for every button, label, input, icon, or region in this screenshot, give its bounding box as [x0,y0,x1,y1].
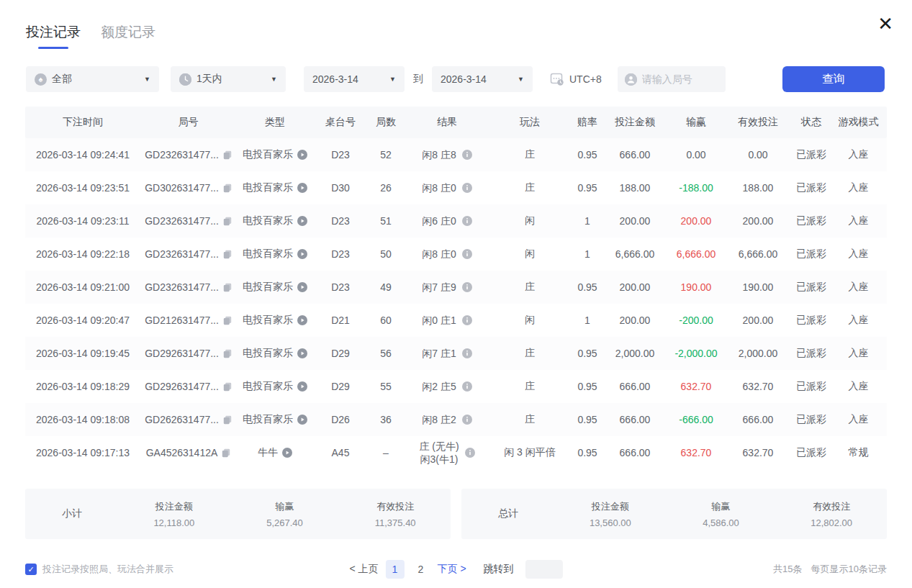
jump-to-label: 跳转到 [484,563,514,576]
query-button[interactable]: 查询 [782,66,885,92]
cell-round-no: 56 [367,348,405,359]
play-icon[interactable] [297,348,307,358]
close-button[interactable]: ✕ [877,14,893,33]
result-line-1: 闲8 庄0 [422,182,456,194]
info-icon[interactable] [462,315,472,325]
cell-time: 2026-03-14 09:23:11 [25,215,140,227]
info-icon[interactable] [462,348,472,358]
type-label: 电投百家乐 [243,314,293,327]
cell-time: 2026-03-14 09:23:51 [25,182,140,194]
info-icon[interactable] [462,183,472,193]
play-icon[interactable] [297,249,307,259]
time-range-select[interactable]: 1天内 ▼ [171,66,286,92]
game-type-select[interactable]: ♠ 全部 ▼ [26,66,159,92]
copy-icon[interactable] [223,382,232,392]
play-icon[interactable] [297,381,307,392]
tab-quota-records[interactable]: 额度记录 [101,23,155,49]
copy-icon[interactable] [223,184,232,193]
date-to-picker[interactable]: 2026-3-14 ▼ [432,66,533,92]
cell-play: 闲 [489,248,570,261]
copy-icon[interactable] [223,316,232,325]
jump-page-input[interactable] [525,560,563,579]
result-line-1: 庄 (无牛) [419,440,459,452]
cell-round-no: 26 [367,182,405,194]
play-icon[interactable] [297,150,307,160]
cell-status: 已派彩 [789,248,834,261]
info-icon[interactable] [465,448,475,458]
cell-odds: 0.95 [570,182,605,194]
info-icon[interactable] [462,282,472,292]
cell-odds: 0.95 [570,348,605,359]
page-2-button[interactable]: 2 [412,560,430,579]
cell-mode: 入座 [834,181,883,194]
cell-status: 已派彩 [789,413,834,426]
round-search-box [618,66,726,92]
cell-winloss: 632.70 [665,381,727,392]
cell-status: 已派彩 [789,446,834,459]
play-icon[interactable] [297,183,307,193]
info-icon[interactable] [462,381,472,392]
col-header-game-mode: 游戏模式 [834,116,883,129]
cell-play: 闲 [489,214,570,227]
play-icon[interactable] [297,415,307,425]
copy-icon[interactable] [223,250,232,259]
copy-icon[interactable] [223,217,232,226]
betting-records-modal: ✕ 投注记录 额度记录 ♠ 全部 ▼ 1天内 ▼ 2026-3-14 ▼ 到 2… [0,0,912,588]
date-from-value: 2026-3-14 [312,73,358,85]
subtotal-valid-header: 有效投注 [340,500,451,513]
subtotal-bet-header: 投注金额 [119,500,230,513]
cell-status: 已派彩 [789,214,834,227]
cell-table-no: D21 [314,315,367,326]
total-label: 总计 [461,507,555,520]
timezone-indicator[interactable]: UTC+8 [550,72,602,86]
type-label: 电投百家乐 [243,380,293,393]
prev-page-button[interactable]: < 上页 [349,563,378,576]
chevron-down-icon: ▼ [271,76,277,83]
total-box: 总计 投注金额 13,560.00 输赢 4,586.00 有效投注 12,80… [461,489,887,539]
round-search-input[interactable] [642,73,718,85]
cell-bet: 666.00 [605,447,665,458]
play-icon[interactable] [297,315,307,325]
tab-betting-records[interactable]: 投注记录 [26,23,81,49]
copy-icon[interactable] [222,448,230,458]
merge-checkbox[interactable]: ✓ [25,564,37,575]
chevron-down-icon: ▼ [518,76,524,83]
cell-valid: 190.00 [727,281,789,293]
filter-bar: ♠ 全部 ▼ 1天内 ▼ 2026-3-14 ▼ 到 2026-3-14 ▼ [26,66,885,92]
page-1-button[interactable]: 1 [386,560,405,579]
info-icon[interactable] [462,216,472,226]
next-page-button[interactable]: 下页 > [438,563,466,576]
date-from-picker[interactable]: 2026-3-14 ▼ [304,66,405,92]
cell-round-no: 50 [367,248,405,260]
pagination: < 上页 1 2 下页 > 跳转到 [349,560,562,579]
cell-play: 庄 [489,148,570,161]
copy-icon[interactable] [223,415,232,425]
cell-mode: 入座 [834,413,883,426]
copy-icon[interactable] [223,349,232,358]
cell-valid: 632.70 [727,381,789,392]
result-line-1: 闲8 庄8 [422,149,456,160]
cell-mode: 入座 [834,314,883,327]
col-header-status: 状态 [789,116,834,129]
cell-table-no: A45 [314,447,367,458]
cell-winloss: 200.00 [665,215,727,227]
play-icon[interactable] [297,282,307,292]
subtotal-valid-value: 11,375.40 [340,517,451,528]
close-icon: ✕ [877,13,893,35]
copy-icon[interactable] [223,283,232,292]
spade-icon: ♠ [35,73,47,86]
info-icon[interactable] [462,150,472,160]
play-icon[interactable] [297,216,307,226]
info-icon[interactable] [462,415,472,425]
copy-icon[interactable] [223,150,232,160]
cell-time: 2026-03-14 09:24:41 [25,149,140,160]
cell-winloss: -666.00 [665,414,727,425]
cell-valid: 0.00 [727,149,789,160]
cell-table-no: D29 [314,381,367,392]
info-icon[interactable] [462,249,472,259]
play-icon[interactable] [282,448,292,458]
cell-winloss: 6,666.00 [665,248,727,260]
cell-status: 已派彩 [789,281,834,294]
col-header-bet-amount: 投注金额 [605,116,665,129]
user-icon [625,73,637,86]
